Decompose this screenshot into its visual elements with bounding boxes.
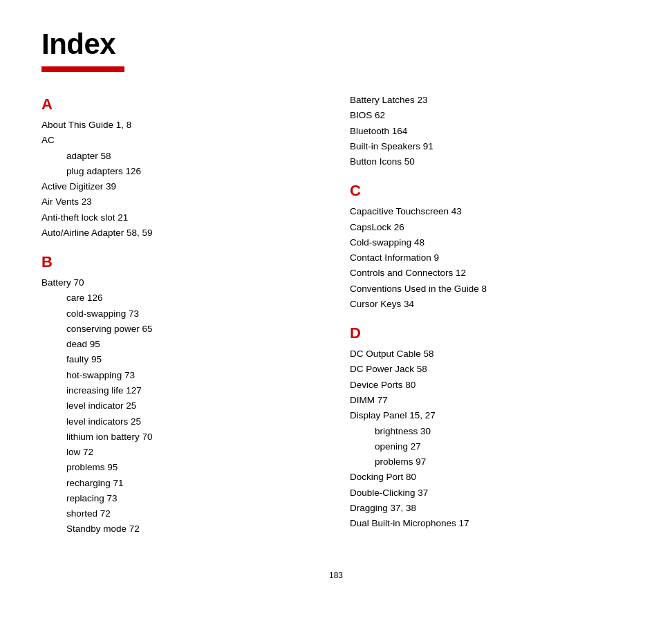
page-title: Index xyxy=(41,28,631,61)
list-item: Display Panel 15, 27 xyxy=(350,408,631,423)
list-item: DIMM 77 xyxy=(350,393,631,408)
list-item: Capacitive Touchscreen 43 xyxy=(350,204,631,219)
section-c: C Capacitive Touchscreen 43 CapsLock 26 … xyxy=(350,182,631,312)
list-item: Auto/Airline Adapter 58, 59 xyxy=(41,225,322,241)
list-item: opening 27 xyxy=(350,439,631,454)
list-item: AC xyxy=(41,133,322,148)
list-item: low 72 xyxy=(41,445,322,460)
section-b: B Battery 70 care 126 cold-swapping 73 c… xyxy=(41,253,322,537)
list-item: problems 95 xyxy=(41,460,322,475)
list-item: CapsLock 26 xyxy=(350,220,631,235)
right-column: Battery Latches 23 BIOS 62 Bluetooth 164… xyxy=(350,93,631,550)
list-item: Conventions Used in the Guide 8 xyxy=(350,281,631,297)
section-d: D DC Output Cable 58 DC Power Jack 58 De… xyxy=(350,324,631,531)
list-item: care 126 xyxy=(41,290,322,306)
list-item: level indicators 25 xyxy=(41,414,322,429)
list-item: cold-swapping 73 xyxy=(41,306,322,322)
list-item: faulty 95 xyxy=(41,352,322,367)
list-item: Controls and Connectors 12 xyxy=(350,266,631,281)
list-item: brightness 30 xyxy=(350,424,631,439)
section-b-continued: Battery Latches 23 BIOS 62 Bluetooth 164… xyxy=(350,93,631,169)
section-a: A About This Guide 1, 8 AC adapter 58 pl… xyxy=(41,95,322,241)
section-letter-b: B xyxy=(41,253,322,271)
list-item: replacing 73 xyxy=(41,491,322,506)
list-item: Cursor Keys 34 xyxy=(350,297,631,312)
list-item: DC Output Cable 58 xyxy=(350,346,631,362)
list-item: Standby mode 72 xyxy=(41,521,322,537)
page-number: 183 xyxy=(41,571,631,580)
list-item: plug adapters 126 xyxy=(41,164,322,179)
list-item: Bluetooth 164 xyxy=(350,124,631,139)
list-item: hot-swapping 73 xyxy=(41,368,322,383)
list-item: adapter 58 xyxy=(41,149,322,164)
list-item: level indicator 25 xyxy=(41,398,322,414)
list-item: Air Vents 23 xyxy=(41,194,322,210)
list-item: About This Guide 1, 8 xyxy=(41,118,322,133)
list-item: DC Power Jack 58 xyxy=(350,362,631,377)
section-letter-c: C xyxy=(350,182,631,200)
list-item: conserving power 65 xyxy=(41,322,322,337)
list-item: Button Icons 50 xyxy=(350,154,631,169)
list-item: shorted 72 xyxy=(41,506,322,521)
list-item: Cold-swapping 48 xyxy=(350,235,631,250)
list-item: Dual Built-in Microphones 17 xyxy=(350,516,631,531)
section-letter-d: D xyxy=(350,324,631,342)
list-item: Device Ports 80 xyxy=(350,378,631,393)
page-container: Index A About This Guide 1, 8 AC adapter… xyxy=(0,0,672,639)
index-columns: A About This Guide 1, 8 AC adapter 58 pl… xyxy=(41,93,631,550)
section-letter-a: A xyxy=(41,95,322,113)
list-item: Built-in Speakers 91 xyxy=(350,139,631,154)
list-item: Anti-theft lock slot 21 xyxy=(41,210,322,225)
list-item: lithium ion battery 70 xyxy=(41,429,322,445)
list-item: Contact Information 9 xyxy=(350,250,631,266)
list-item: BIOS 62 xyxy=(350,108,631,123)
left-column: A About This Guide 1, 8 AC adapter 58 pl… xyxy=(41,93,322,550)
list-item: problems 97 xyxy=(350,454,631,470)
list-item: Battery Latches 23 xyxy=(350,93,631,108)
red-bar-decoration xyxy=(41,66,124,72)
list-item: increasing life 127 xyxy=(41,383,322,398)
list-item: Battery 70 xyxy=(41,275,322,290)
list-item: Dragging 37, 38 xyxy=(350,501,631,516)
list-item: Active Digitizer 39 xyxy=(41,179,322,194)
list-item: Double-Clicking 37 xyxy=(350,485,631,501)
list-item: recharging 71 xyxy=(41,476,322,491)
list-item: dead 95 xyxy=(41,337,322,352)
list-item: Docking Port 80 xyxy=(350,470,631,485)
